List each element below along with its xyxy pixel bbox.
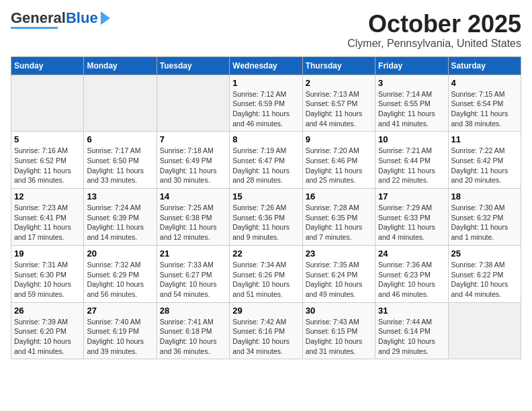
calendar-day-cell: 18Sunrise: 7:30 AM Sunset: 6:32 PM Dayli… (448, 189, 521, 246)
day-info: Sunrise: 7:19 AM Sunset: 6:47 PM Dayligh… (232, 146, 299, 185)
calendar-body: 1Sunrise: 7:12 AM Sunset: 6:59 PM Daylig… (11, 75, 521, 359)
calendar-day-cell: 14Sunrise: 7:25 AM Sunset: 6:38 PM Dayli… (157, 189, 229, 246)
day-info: Sunrise: 7:13 AM Sunset: 6:57 PM Dayligh… (306, 89, 372, 129)
day-number: 19 (14, 248, 81, 259)
calendar-day-cell: 9Sunrise: 7:20 AM Sunset: 6:46 PM Daylig… (302, 132, 375, 189)
day-info: Sunrise: 7:12 AM Sunset: 6:59 PM Dayligh… (232, 89, 299, 129)
day-number: 8 (232, 134, 299, 144)
day-number: 11 (451, 134, 518, 144)
calendar-day-cell: 8Sunrise: 7:19 AM Sunset: 6:47 PM Daylig… (230, 132, 302, 189)
day-number: 12 (14, 191, 81, 201)
day-info: Sunrise: 7:17 AM Sunset: 6:50 PM Dayligh… (87, 146, 153, 185)
calendar-day-cell: 16Sunrise: 7:28 AM Sunset: 6:35 PM Dayli… (302, 189, 375, 246)
calendar-day-cell: 6Sunrise: 7:17 AM Sunset: 6:50 PM Daylig… (84, 132, 157, 189)
day-number: 24 (378, 248, 445, 259)
calendar-day-cell: 17Sunrise: 7:29 AM Sunset: 6:33 PM Dayli… (375, 189, 448, 246)
calendar-day-cell: 7Sunrise: 7:18 AM Sunset: 6:49 PM Daylig… (157, 132, 229, 189)
calendar-day-cell: 23Sunrise: 7:35 AM Sunset: 6:24 PM Dayli… (302, 245, 375, 302)
day-info: Sunrise: 7:38 AM Sunset: 6:22 PM Dayligh… (451, 260, 518, 300)
day-number: 14 (160, 191, 226, 201)
calendar-day-cell: 5Sunrise: 7:16 AM Sunset: 6:52 PM Daylig… (11, 132, 84, 189)
day-number: 4 (451, 78, 518, 88)
day-info: Sunrise: 7:29 AM Sunset: 6:33 PM Dayligh… (378, 203, 445, 242)
day-info: Sunrise: 7:22 AM Sunset: 6:42 PM Dayligh… (451, 146, 518, 185)
day-number: 26 (14, 306, 81, 316)
day-number: 9 (306, 134, 372, 144)
day-info: Sunrise: 7:42 AM Sunset: 6:16 PM Dayligh… (232, 317, 299, 357)
calendar-day-cell: 4Sunrise: 7:15 AM Sunset: 6:54 PM Daylig… (448, 75, 521, 132)
calendar-day-cell: 26Sunrise: 7:39 AM Sunset: 6:20 PM Dayli… (11, 302, 84, 359)
calendar-day-cell (84, 75, 157, 132)
day-info: Sunrise: 7:14 AM Sunset: 6:55 PM Dayligh… (378, 89, 445, 129)
calendar-day-cell: 13Sunrise: 7:24 AM Sunset: 6:39 PM Dayli… (84, 189, 157, 246)
day-number: 7 (160, 134, 226, 144)
day-info: Sunrise: 7:30 AM Sunset: 6:32 PM Dayligh… (451, 203, 518, 242)
day-number: 10 (378, 134, 445, 144)
title-block: October 2025 Clymer, Pennsylvania, Unite… (347, 11, 521, 50)
day-of-week-header: Saturday (448, 56, 521, 75)
day-info: Sunrise: 7:15 AM Sunset: 6:54 PM Dayligh… (451, 89, 518, 129)
calendar-day-cell: 30Sunrise: 7:43 AM Sunset: 6:15 PM Dayli… (302, 302, 375, 359)
calendar-week-row: 5Sunrise: 7:16 AM Sunset: 6:52 PM Daylig… (11, 132, 521, 189)
calendar-day-cell: 24Sunrise: 7:36 AM Sunset: 6:23 PM Dayli… (375, 245, 448, 302)
day-info: Sunrise: 7:35 AM Sunset: 6:24 PM Dayligh… (306, 260, 372, 300)
calendar-day-cell: 22Sunrise: 7:34 AM Sunset: 6:26 PM Dayli… (230, 245, 302, 302)
day-number: 13 (87, 191, 153, 201)
calendar-day-cell (448, 302, 521, 359)
logo: GeneralBlue (11, 11, 110, 29)
calendar-day-cell: 10Sunrise: 7:21 AM Sunset: 6:44 PM Dayli… (375, 132, 448, 189)
calendar-day-cell: 1Sunrise: 7:12 AM Sunset: 6:59 PM Daylig… (230, 75, 302, 132)
day-number: 18 (451, 191, 518, 201)
day-info: Sunrise: 7:36 AM Sunset: 6:23 PM Dayligh… (378, 260, 445, 300)
day-number: 15 (232, 191, 299, 201)
day-info: Sunrise: 7:34 AM Sunset: 6:26 PM Dayligh… (232, 260, 299, 300)
calendar-day-cell: 28Sunrise: 7:41 AM Sunset: 6:18 PM Dayli… (157, 302, 229, 359)
day-info: Sunrise: 7:43 AM Sunset: 6:15 PM Dayligh… (306, 317, 372, 357)
day-number: 23 (306, 248, 372, 259)
calendar-week-row: 26Sunrise: 7:39 AM Sunset: 6:20 PM Dayli… (11, 302, 521, 359)
day-number: 16 (306, 191, 372, 201)
day-number: 22 (232, 248, 299, 259)
day-of-week-header: Sunday (11, 56, 84, 75)
day-info: Sunrise: 7:25 AM Sunset: 6:38 PM Dayligh… (160, 203, 226, 242)
day-info: Sunrise: 7:41 AM Sunset: 6:18 PM Dayligh… (160, 317, 226, 357)
calendar-day-cell: 19Sunrise: 7:31 AM Sunset: 6:30 PM Dayli… (11, 245, 84, 302)
calendar-day-cell: 3Sunrise: 7:14 AM Sunset: 6:55 PM Daylig… (375, 75, 448, 132)
day-of-week-header: Tuesday (157, 56, 229, 75)
day-info: Sunrise: 7:39 AM Sunset: 6:20 PM Dayligh… (14, 317, 81, 357)
calendar-day-cell (11, 75, 84, 132)
day-info: Sunrise: 7:24 AM Sunset: 6:39 PM Dayligh… (87, 203, 153, 242)
calendar-day-cell: 20Sunrise: 7:32 AM Sunset: 6:29 PM Dayli… (84, 245, 157, 302)
calendar-day-cell: 31Sunrise: 7:44 AM Sunset: 6:14 PM Dayli… (375, 302, 448, 359)
day-number: 2 (306, 78, 372, 88)
day-info: Sunrise: 7:21 AM Sunset: 6:44 PM Dayligh… (378, 146, 445, 185)
calendar-week-row: 1Sunrise: 7:12 AM Sunset: 6:59 PM Daylig… (11, 75, 521, 132)
calendar-week-row: 12Sunrise: 7:23 AM Sunset: 6:41 PM Dayli… (11, 189, 521, 246)
day-of-week-header: Thursday (302, 56, 375, 75)
day-info: Sunrise: 7:40 AM Sunset: 6:19 PM Dayligh… (87, 317, 153, 357)
day-info: Sunrise: 7:26 AM Sunset: 6:36 PM Dayligh… (232, 203, 299, 242)
day-info: Sunrise: 7:31 AM Sunset: 6:30 PM Dayligh… (14, 260, 81, 300)
day-number: 5 (14, 134, 81, 144)
day-number: 29 (232, 306, 299, 316)
day-of-week-header: Monday (84, 56, 157, 75)
day-info: Sunrise: 7:16 AM Sunset: 6:52 PM Dayligh… (14, 146, 81, 185)
day-number: 25 (451, 248, 518, 259)
calendar-day-cell (157, 75, 229, 132)
calendar-day-cell: 2Sunrise: 7:13 AM Sunset: 6:57 PM Daylig… (302, 75, 375, 132)
day-number: 17 (378, 191, 445, 201)
day-number: 27 (87, 306, 153, 316)
day-of-week-header: Friday (375, 56, 448, 75)
day-number: 1 (232, 78, 299, 88)
day-info: Sunrise: 7:33 AM Sunset: 6:27 PM Dayligh… (160, 260, 226, 300)
calendar-week-row: 19Sunrise: 7:31 AM Sunset: 6:30 PM Dayli… (11, 245, 521, 302)
logo-blue: Blue (66, 9, 98, 26)
day-number: 3 (378, 78, 445, 88)
day-number: 31 (378, 306, 445, 316)
logo-text: GeneralBlue (11, 11, 98, 26)
day-info: Sunrise: 7:20 AM Sunset: 6:46 PM Dayligh… (306, 146, 372, 185)
calendar-day-cell: 27Sunrise: 7:40 AM Sunset: 6:19 PM Dayli… (84, 302, 157, 359)
day-info: Sunrise: 7:32 AM Sunset: 6:29 PM Dayligh… (87, 260, 153, 300)
page-header: GeneralBlue October 2025 Clymer, Pennsyl… (11, 11, 521, 50)
day-of-week-header: Wednesday (230, 56, 302, 75)
